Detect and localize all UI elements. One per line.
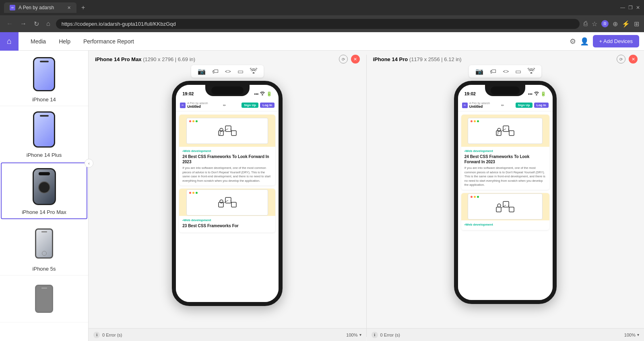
bookmark-icon[interactable]: ☆ [592, 20, 597, 28]
collapse-sidebar-button[interactable]: ‹ [85, 159, 93, 168]
right-article1-illus [468, 118, 543, 144]
right-site-favicon: ✏ [462, 103, 468, 108]
device-card-iphone14promax[interactable]: iPhone 14 Pro Max [1, 162, 87, 219]
svg-point-11 [497, 128, 501, 131]
address-bar[interactable]: https://codepen.io/adarsh-gupta101/full/… [56, 19, 580, 29]
right-zoom-control[interactable]: 100% ▾ [624, 333, 639, 337]
right-phone-notch [485, 85, 525, 96]
left-camera-icon[interactable]: 📷 [198, 68, 206, 75]
device-name-iphone14plus: iPhone 14 Plus [27, 152, 62, 158]
right-device-toolbar: 📷 🏷 <> ▭ [469, 65, 541, 78]
left-zoom-arrow[interactable]: ▾ [359, 333, 361, 337]
right-display-icon[interactable]: ▭ [515, 68, 521, 75]
svg-point-7 [220, 200, 223, 203]
browser-tab[interactable]: ✏ A Pen by adarsh ✕ [4, 2, 76, 13]
left-signup-btn[interactable]: Sign Up [242, 103, 258, 108]
right-zoom-arrow[interactable]: ▾ [637, 333, 639, 337]
nav-performance[interactable]: Performance Report [78, 32, 140, 51]
nav-help[interactable]: Help [53, 32, 76, 51]
left-restore-button[interactable]: ⟳ [339, 55, 348, 64]
left-site-logo-text: A Pen by adarsh Untitled [187, 102, 208, 109]
browser-menu-icon[interactable]: ⊞ [634, 20, 639, 28]
left-article1-body: •Web development 24 Best CSS Frameworks … [179, 147, 275, 185]
add-devices-button[interactable]: + Add Devices [593, 35, 639, 47]
right-code-icon[interactable]: <> [503, 68, 509, 74]
left-zoom-control[interactable]: 100% ▾ [346, 333, 361, 337]
left-article2-category: •Web development [182, 218, 272, 222]
right-article2-thumb [461, 193, 549, 220]
right-wifi-status-icon [534, 92, 539, 96]
left-site-favicon: ✏ [180, 103, 186, 108]
left-wifi-status-icon [260, 92, 265, 96]
left-article-2: •Web development 23 Best CSS Frameworks … [179, 189, 275, 232]
device-image-iphone14plus [28, 109, 60, 150]
right-signup-btn[interactable]: Sign Up [516, 103, 533, 108]
new-tab-button[interactable]: + [81, 4, 85, 11]
refresh-button[interactable]: ↻ [32, 18, 41, 29]
device-image-partial [28, 279, 60, 319]
left-article1-category: •Web development [182, 149, 272, 153]
extensions-icon[interactable]: ⚡ [622, 20, 630, 28]
back-button[interactable]: ← [5, 18, 14, 29]
restore-window-button[interactable]: ❐ [628, 5, 633, 10]
browser-toolbar: ← → ↻ ⌂ https://codepen.io/adarsh-gupta1… [0, 15, 644, 32]
svg-rect-10 [509, 131, 514, 136]
right-battery-icon: 🔋 [541, 91, 546, 97]
device-card-iphone14[interactable]: iPhone 14 [0, 51, 88, 106]
right-signal-icon: ▪▪▪ [528, 92, 533, 96]
right-close-button[interactable]: ✕ [629, 55, 638, 64]
home-button[interactable]: ⌂ [45, 18, 52, 29]
left-battery-icon: 🔋 [266, 91, 272, 97]
svg-rect-2 [231, 131, 236, 136]
right-camera-icon[interactable]: 📷 [475, 68, 483, 75]
left-zoom-value: 100% [346, 333, 357, 337]
left-article1-illus [186, 118, 268, 144]
close-window-button[interactable]: ✕ [636, 5, 640, 10]
svg-rect-13 [496, 207, 501, 212]
right-article1-body: •Web development 24 Best CSS Frameworks … [461, 147, 549, 190]
left-site-header: ✏ A Pen by adarsh Untitled ✏ Sign Up Log… [176, 99, 279, 111]
app-bar-right: ⚙ 👤 + Add Devices [570, 35, 644, 47]
left-code-icon[interactable]: <> [225, 68, 231, 74]
device-image-iphone5s [28, 223, 60, 263]
right-article2-body: •Web development [461, 220, 549, 230]
right-tag-icon[interactable]: 🏷 [490, 68, 496, 75]
right-device-title: iPhone 14 Pro (1179 x 2556 | 6.12 in) [373, 56, 462, 62]
forward-button[interactable]: → [19, 18, 28, 29]
device-card-partial[interactable] [0, 275, 88, 323]
left-display-icon[interactable]: ▭ [237, 68, 244, 75]
left-phone-frame: 19:02 ▪▪▪ 🔋 ✏ [172, 81, 283, 306]
right-wifi-icon[interactable] [528, 68, 535, 75]
left-site-content: •Web development 24 Best CSS Frameworks … [176, 111, 279, 239]
right-restore-button[interactable]: ⟳ [617, 55, 625, 64]
svg-rect-8 [503, 126, 509, 131]
settings-icon[interactable]: ⚙ [570, 37, 576, 46]
left-close-button[interactable]: ✕ [351, 55, 360, 64]
left-phone-notch [205, 85, 250, 96]
left-article-1: •Web development 24 Best CSS Frameworks … [179, 115, 275, 185]
left-article1-thumb [179, 115, 275, 147]
left-signal-icon: ▪▪▪ [254, 92, 259, 96]
account-icon[interactable]: 👤 [580, 37, 589, 46]
right-status-time: 19:02 [464, 91, 476, 96]
left-tag-icon[interactable]: 🏷 [212, 68, 219, 75]
left-illus1-dots [189, 120, 198, 122]
svg-point-3 [220, 128, 223, 131]
left-device-toolbar: 📷 🏷 <> ▭ [191, 65, 264, 78]
device-card-iphone5s[interactable]: iPhone 5s [0, 220, 88, 275]
minimize-button[interactable]: — [620, 5, 625, 10]
share-icon[interactable]: ⎙ [584, 20, 588, 27]
right-article1-title: 24 Best CSS Frameworks To Look Forward I… [464, 154, 546, 164]
extension2-icon[interactable]: ⊕ [613, 20, 618, 28]
right-preview-statusbar: ℹ 0 Error (s) 100% ▾ [367, 328, 644, 341]
right-zoom-value: 100% [624, 333, 636, 337]
nav-media[interactable]: Media [25, 32, 52, 51]
tab-close-button[interactable]: ✕ [67, 5, 71, 10]
left-wifi-icon[interactable] [250, 68, 257, 75]
right-device-spec: (1179 x 2556 | 6.12 in) [409, 56, 462, 62]
extension1-icon[interactable]: R [601, 20, 609, 27]
right-login-btn[interactable]: Log In [534, 103, 549, 108]
left-device-header: iPhone 14 Pro Max (1290 x 2796 | 6.69 in… [89, 55, 366, 65]
device-card-iphone14plus[interactable]: iPhone 14 Plus [0, 106, 88, 162]
left-login-btn[interactable]: Log In [260, 103, 275, 108]
